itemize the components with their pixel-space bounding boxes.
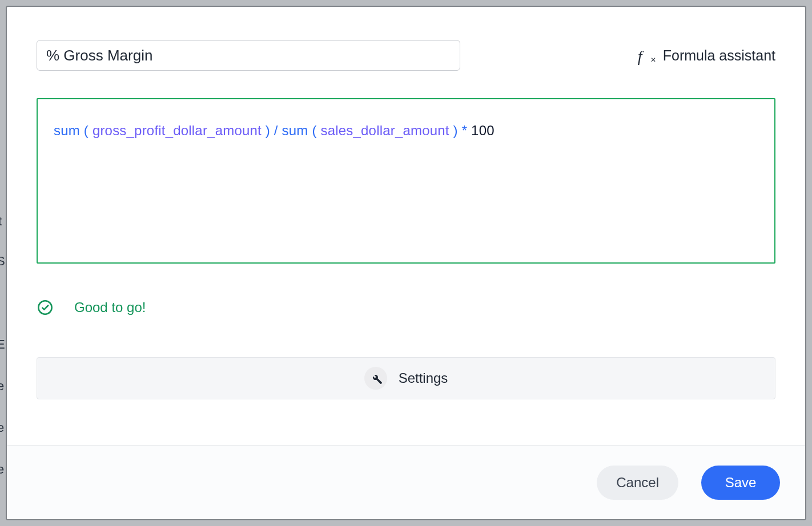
formula-textarea[interactable]: sum ( gross_profit_dollar_amount ) / sum… (37, 98, 775, 264)
check-circle-icon (37, 299, 54, 316)
formula-token: sum ( (54, 123, 93, 138)
modal-body: f Formula assistant sum ( gross_profit_d… (7, 7, 805, 445)
background-stray-text: e (0, 420, 4, 435)
background-stray-text: S (0, 254, 5, 269)
modal-footer: Cancel Save (7, 445, 805, 519)
svg-point-0 (38, 301, 51, 314)
cancel-button[interactable]: Cancel (597, 466, 678, 500)
save-button[interactable]: Save (701, 466, 780, 500)
formula-token: sales_dollar_amount (320, 123, 449, 138)
background-stray-text: e (0, 462, 4, 477)
background-stray-text: E (0, 337, 5, 352)
validation-status-text: Good to go! (74, 300, 146, 315)
wrench-icon (364, 367, 387, 390)
settings-label: Settings (399, 370, 448, 386)
background-stray-text: t (0, 214, 2, 229)
formula-assistant-link[interactable]: f Formula assistant (638, 47, 775, 64)
formula-editor-modal: f Formula assistant sum ( gross_profit_d… (6, 6, 806, 520)
formula-token: ) / sum ( (262, 123, 321, 138)
validation-row: Good to go! (37, 299, 775, 316)
settings-bar[interactable]: Settings (37, 357, 775, 399)
formula-name-input[interactable] (37, 40, 460, 71)
formula-assistant-label: Formula assistant (663, 47, 775, 64)
formula-token: ) * (449, 123, 471, 138)
formula-token: 100 (471, 123, 495, 138)
fx-icon: f (638, 47, 655, 63)
formula-token: gross_profit_dollar_amount (93, 123, 262, 138)
header-row: f Formula assistant (37, 40, 775, 71)
background-stray-text: e (0, 379, 4, 394)
